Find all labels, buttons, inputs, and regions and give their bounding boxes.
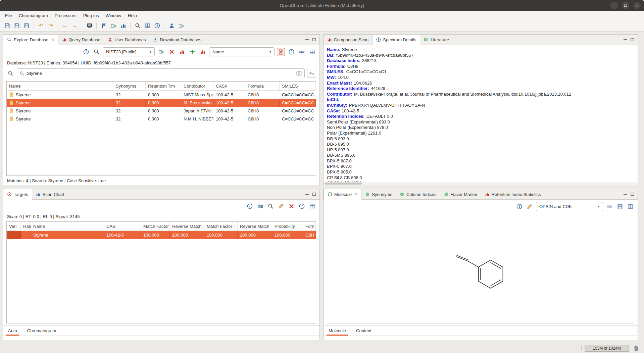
minimize-view-icon[interactable] <box>624 39 627 40</box>
tab-literature[interactable]: Literature <box>420 35 453 45</box>
minimize-view-icon[interactable] <box>305 194 309 195</box>
subtab-chromatogram[interactable]: Chromatogram <box>22 326 61 336</box>
run-garbage-collector-button[interactable] <box>632 344 640 352</box>
cell-verification[interactable] <box>7 231 21 239</box>
header-smiles[interactable]: SMILES <box>280 82 316 90</box>
user-button[interactable] <box>167 21 176 30</box>
header-formula[interactable]: Forn <box>303 222 316 231</box>
delete-database-button[interactable] <box>167 48 176 56</box>
tab-synonyms[interactable]: Synonyms <box>361 189 396 199</box>
tab-molecule[interactable]: Molecule × <box>324 189 361 200</box>
table-row[interactable]: Styrene 32 0.000 NIST Mass Spe 100-42-5 … <box>7 91 316 99</box>
help-button[interactable] <box>287 48 295 56</box>
maximize-view-icon[interactable] <box>312 193 316 196</box>
bookmark-button[interactable] <box>99 21 108 30</box>
table-settings-button[interactable] <box>308 202 316 210</box>
database-chart-button[interactable] <box>178 48 186 56</box>
table-row-selected[interactable]: Styrene 32 0.000 M. Buszewska- 100-42-5 … <box>7 99 316 107</box>
tab-retention-index-statistics[interactable]: Retention Index Statistics <box>481 189 545 199</box>
tab-targets[interactable]: Targets <box>3 189 32 200</box>
tab-spectrum-details[interactable]: Spectrum Details <box>372 35 420 45</box>
search-field-select[interactable]: Name ▾ <box>209 47 275 56</box>
search-targets-button[interactable] <box>266 202 275 210</box>
maximize-view-icon[interactable] <box>631 193 634 196</box>
engine-select[interactable]: OPSIN and CDK ▾ <box>536 202 603 211</box>
subtab-molecule[interactable]: Molecule <box>324 326 351 336</box>
case-sensitive-button[interactable]: Fn <box>307 69 316 78</box>
tab-user-databases[interactable]: User Databases <box>104 35 149 45</box>
save-all-button[interactable] <box>22 21 31 30</box>
table-settings-button[interactable] <box>308 48 316 56</box>
help-button[interactable] <box>298 202 306 210</box>
filter-document-button[interactable] <box>277 48 285 56</box>
process-button[interactable] <box>119 21 128 30</box>
tab-download-databases[interactable]: Download Databases <box>149 35 205 45</box>
table-row[interactable]: Styrene 32 0.000 Japan AIST/Ni 100-42-5 … <box>7 107 316 115</box>
info-button[interactable] <box>246 202 254 210</box>
link-button[interactable] <box>298 48 306 56</box>
maximize-button[interactable] <box>622 2 629 9</box>
undo-button[interactable]: ↶ <box>37 21 45 30</box>
info-button[interactable] <box>82 48 90 56</box>
add-spectrum-button[interactable] <box>188 48 196 56</box>
header-formula[interactable]: Formula <box>245 82 280 90</box>
subtab-auto[interactable]: Auto <box>3 326 22 336</box>
tab-column-indices[interactable]: Column Indices <box>396 189 440 199</box>
search-input[interactable] <box>27 71 293 76</box>
tab-explore-database[interactable]: Explore Database × <box>3 35 58 45</box>
log-button[interactable] <box>177 21 186 30</box>
database-select[interactable]: NIST23 [Public] ▾ <box>103 47 155 56</box>
info-button[interactable] <box>153 21 161 30</box>
header-name[interactable]: Name <box>31 222 104 231</box>
minimize-view-icon[interactable] <box>305 39 309 40</box>
tab-comparison-scan[interactable]: Comparison Scan <box>324 35 372 45</box>
edit-structure-button[interactable] <box>526 203 534 211</box>
header-reverse-match-direct[interactable]: Reverse Match <box>238 222 272 231</box>
views-button[interactable] <box>143 21 152 30</box>
link-button[interactable] <box>605 203 613 211</box>
header-name[interactable]: Name <box>7 82 113 90</box>
menu-chromatogram[interactable]: Chromatogram <box>16 12 51 19</box>
menu-file[interactable]: File <box>2 12 15 19</box>
titlebar[interactable]: OpenChrom Lablicate Edition (McLafferty)… <box>0 0 644 11</box>
delete-target-button[interactable] <box>287 202 295 210</box>
header-match-factor-direct[interactable]: Match Factor I <box>204 222 238 231</box>
subtab-content[interactable]: Content <box>351 326 377 336</box>
spectrum-chart-button[interactable] <box>199 48 207 56</box>
redo-button[interactable]: ↷ <box>46 21 55 30</box>
scrollbar-thumb[interactable] <box>325 183 362 185</box>
tab-scan-chart[interactable]: Scan Chart <box>32 189 68 199</box>
header-match-factor[interactable]: Match Factor <box>141 222 170 231</box>
header-rating[interactable]: Rati <box>21 222 31 231</box>
header-synonyms[interactable]: Synonyms <box>113 82 146 90</box>
tab-query-database[interactable]: Query Database <box>58 35 104 45</box>
horizontal-scrollbar[interactable] <box>324 182 637 185</box>
add-target-button[interactable] <box>256 202 264 210</box>
header-reverse-match[interactable]: Reverse Match <box>170 222 204 231</box>
maximize-view-icon[interactable] <box>631 38 634 41</box>
tab-flavor-marker[interactable]: Flavor Marker <box>440 189 481 199</box>
minimize-view-icon[interactable] <box>624 194 627 195</box>
menu-plugins[interactable]: Plug-ins <box>80 12 102 19</box>
header-cas[interactable]: CAS <box>104 222 141 231</box>
search-options-button[interactable] <box>6 69 14 78</box>
close-tab-icon[interactable]: × <box>51 37 54 42</box>
target-row-selected[interactable]: Styrene 100-42-5 100.000 100.000 100.000… <box>7 231 316 239</box>
menu-window[interactable]: Window <box>103 12 124 19</box>
header-verification[interactable]: Veri <box>7 222 21 231</box>
table-row[interactable]: Styrene 32 0.000 N M H. NIBBER 100-42-5 … <box>7 115 316 123</box>
clear-backspace-icon[interactable] <box>296 71 302 75</box>
menu-help[interactable]: Help <box>125 12 140 19</box>
search-button[interactable] <box>133 21 142 30</box>
header-cas[interactable]: CAS# <box>213 82 245 90</box>
edit-target-button[interactable] <box>277 202 285 210</box>
forward-button[interactable]: → <box>70 21 79 30</box>
back-button[interactable]: ← <box>61 21 69 30</box>
header-retention-time[interactable]: Retention Tim <box>146 82 181 90</box>
export-button[interactable] <box>109 21 118 30</box>
import-database-button[interactable] <box>157 48 165 56</box>
maximize-view-icon[interactable] <box>312 38 316 41</box>
menu-processors[interactable]: Processors <box>52 12 80 19</box>
close-tab-icon[interactable]: × <box>355 192 357 197</box>
save-image-button[interactable] <box>616 203 624 211</box>
